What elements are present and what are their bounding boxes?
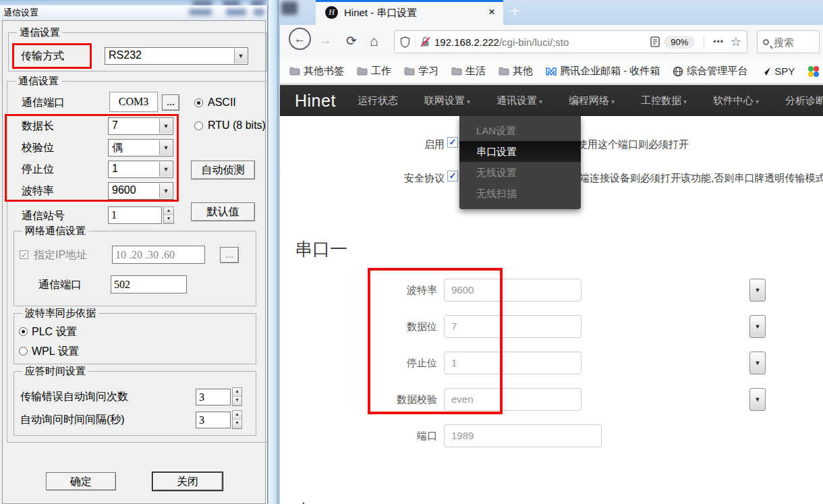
- bookmark-label: SPY: [774, 65, 795, 77]
- network-port-field[interactable]: [111, 275, 187, 293]
- url-host: 192.168.2.222: [434, 36, 499, 48]
- default-value-button[interactable]: 默认值: [191, 202, 255, 221]
- forward-button[interactable]: →: [319, 33, 332, 48]
- spin-up-icon[interactable]: ▲: [164, 207, 173, 215]
- menu-item-lan[interactable]: LAN设置: [459, 120, 581, 141]
- retry-count-field[interactable]: [196, 389, 231, 405]
- menu-item-wireless[interactable]: 无线设置: [459, 162, 581, 183]
- wpl-setting-radio[interactable]: [19, 347, 28, 356]
- search-input[interactable]: [774, 36, 814, 48]
- chevron-down-icon[interactable]: ▼: [749, 279, 766, 302]
- nav-item-software-center[interactable]: 软件中心▾: [713, 94, 759, 107]
- station-number-input[interactable]: [108, 206, 162, 224]
- query-interval-field[interactable]: [196, 412, 231, 428]
- bookmark-label: 其他: [513, 65, 533, 78]
- url-bar[interactable]: 192.168.2.222/cgi-bin/luci/;sto 90% ••• …: [394, 30, 747, 53]
- spin-down-icon[interactable]: ▼: [233, 397, 242, 405]
- bookmark-folder[interactable]: 学习: [404, 65, 438, 78]
- spin-down-icon[interactable]: ▼: [233, 420, 242, 428]
- insecure-lock-icon[interactable]: [420, 36, 430, 47]
- bookmark-link[interactable]: [807, 65, 823, 78]
- network-port-input[interactable]: [111, 275, 187, 293]
- caret-down-icon: ▾: [467, 98, 470, 105]
- chevron-down-icon[interactable]: ▼: [749, 315, 766, 338]
- nav-item-status[interactable]: 运行状态: [358, 94, 398, 107]
- port-input[interactable]: 1989: [444, 424, 602, 447]
- com-port-browse-button[interactable]: ...: [162, 94, 179, 111]
- home-button[interactable]: ⌂: [370, 33, 378, 49]
- page-content: Hinet 运行状态 联网设置▾ 通讯设置▾ 编程网络▾ 工控数据▾ 软件中心▾…: [280, 85, 823, 504]
- url-separator: [704, 35, 704, 49]
- ok-button[interactable]: 确定: [46, 472, 116, 491]
- bookmark-star-icon[interactable]: ☆: [731, 34, 741, 49]
- bookmark-label: 其他书签: [304, 65, 344, 78]
- site-nav-items: 运行状态 联网设置▾ 通讯设置▾ 编程网络▾ 工控数据▾ 软件中心▾ 分析诊断▾…: [358, 94, 823, 107]
- shield-icon[interactable]: [400, 36, 410, 48]
- nav-item-network[interactable]: 联网设置▾: [424, 94, 470, 107]
- com-port-value-box[interactable]: COM3: [109, 92, 158, 112]
- bookmark-label: 综合管理平台: [687, 65, 747, 78]
- ip-browse-button[interactable]: ...: [220, 247, 239, 263]
- bookmark-folder[interactable]: 其他书签: [289, 65, 344, 78]
- close-button[interactable]: 关闭: [152, 472, 223, 491]
- browser-tab[interactable]: H Hinet - 串口设置 ×: [316, 0, 503, 25]
- folder-icon: [499, 67, 509, 76]
- bookmark-link[interactable]: SPY: [760, 65, 795, 77]
- back-button[interactable]: ←: [289, 28, 311, 50]
- bookmark-link[interactable]: 腾讯企业邮箱 - 收件箱: [546, 65, 660, 78]
- auto-detect-button[interactable]: 自动侦测: [191, 161, 255, 179]
- tab-close-icon[interactable]: ×: [488, 5, 495, 19]
- retry-count-stepper[interactable]: ▲▼: [232, 387, 242, 406]
- rtu-radio[interactable]: [194, 121, 203, 130]
- security-protocol-label: 安全协议: [385, 172, 445, 185]
- mail-icon: [546, 67, 557, 76]
- chevron-down-icon[interactable]: ▼: [749, 388, 766, 411]
- specify-ip-checkbox[interactable]: ✓: [20, 250, 28, 259]
- bookmark-folder[interactable]: 其他: [499, 65, 533, 78]
- caret-down-icon: ▾: [756, 98, 759, 105]
- folder-icon: [404, 67, 415, 76]
- nav-item-diagnosis[interactable]: 分析诊断▾: [785, 94, 823, 107]
- station-number-field[interactable]: [108, 206, 162, 224]
- enable-checkbox[interactable]: ✓: [447, 137, 458, 148]
- ip-address-input[interactable]: [112, 246, 205, 264]
- nav-item-industrial-data[interactable]: 工控数据▾: [641, 94, 687, 107]
- nav-item-comm[interactable]: 通讯设置▾: [496, 94, 542, 107]
- retry-count-input[interactable]: [196, 389, 231, 405]
- query-interval-input[interactable]: [196, 412, 231, 428]
- bookmark-folder[interactable]: 生活: [451, 65, 486, 78]
- spin-down-icon[interactable]: ▼: [164, 215, 173, 223]
- spin-up-icon[interactable]: ▲: [233, 411, 242, 420]
- menu-item-wireless-scan[interactable]: 无线扫描: [459, 183, 581, 204]
- chevron-down-icon[interactable]: ▼: [234, 49, 247, 63]
- spin-up-icon[interactable]: ▲: [233, 388, 242, 397]
- transfer-mode-combobox[interactable]: RS232 ▼: [105, 47, 248, 65]
- page-actions-icon[interactable]: •••: [713, 37, 724, 47]
- bookmark-folder[interactable]: 工作: [357, 65, 391, 78]
- caret-down-icon: ▾: [539, 98, 542, 105]
- background-blur-blob: [189, 9, 212, 16]
- security-protocol-checkbox[interactable]: ✓: [447, 171, 458, 181]
- bookmark-link[interactable]: 综合管理平台: [673, 65, 747, 78]
- specify-ip-label: 指定IP地址: [34, 248, 87, 262]
- site-logo[interactable]: Hinet: [295, 91, 336, 111]
- reload-button[interactable]: ⟳: [346, 33, 357, 49]
- zoom-level-badge[interactable]: 90%: [664, 36, 695, 49]
- search-box[interactable]: [757, 30, 820, 53]
- ip-address-field[interactable]: [112, 246, 205, 264]
- new-tab-button[interactable]: +: [510, 1, 519, 20]
- port-field-label: 端口: [356, 424, 437, 447]
- plc-setting-radio[interactable]: [19, 327, 28, 336]
- nav-item-programming[interactable]: 编程网络▾: [569, 94, 615, 107]
- enable-hint: 使用这个端口则必须打开: [577, 138, 689, 151]
- site-favicon: H: [325, 6, 338, 19]
- retry-count-label: 传输错误自动询问次数: [20, 390, 128, 404]
- reader-mode-icon[interactable]: [650, 36, 660, 47]
- station-number-stepper[interactable]: ▲▼: [163, 206, 174, 224]
- query-interval-stepper[interactable]: ▲▼: [232, 410, 242, 429]
- menu-item-serial[interactable]: 串口设置: [459, 141, 581, 162]
- url-text[interactable]: 192.168.2.222/cgi-bin/luci/;sto: [434, 36, 650, 48]
- ascii-radio[interactable]: [194, 99, 203, 107]
- chevron-down-icon[interactable]: ▼: [749, 352, 766, 374]
- enable-label: 启用: [405, 138, 445, 151]
